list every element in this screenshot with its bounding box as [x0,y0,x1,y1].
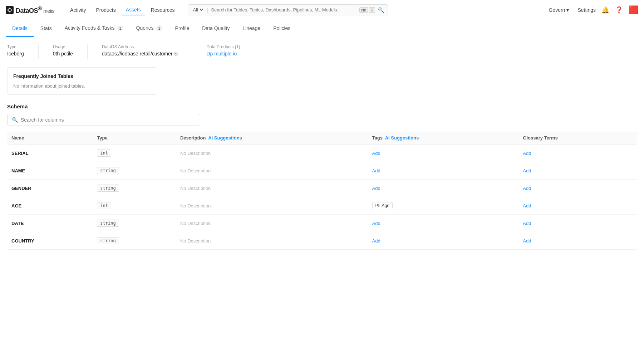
search-input[interactable] [211,7,356,13]
glossary-add-link-5[interactable]: Add [523,238,531,244]
glossary-add-link-1[interactable]: Add [523,168,531,173]
row-type-4: string [97,220,119,227]
meta-data-products: Data Products (1) Dp multiple io [206,44,240,57]
tab-queries[interactable]: Queries 1 [130,20,169,37]
row-description-1: No Description [180,168,211,173]
tab-activity-feeds-label: Activity Feeds & Tasks [65,25,115,31]
nav-assets[interactable]: Assets [122,5,145,15]
col-header-description: Description AI Suggestions [176,132,368,144]
schema-table-body: SERIAL int No Description Add Add NAME s… [7,144,637,250]
col-header-type: Type [93,132,176,144]
col-header-glossary: Glossary Terms [518,132,637,144]
help-icon[interactable]: ❓ [615,6,623,14]
tab-stats[interactable]: Stats [34,20,58,37]
row-type-3: int [97,202,111,209]
main-content: Type Iceberg Usage 0th pctile DataOS Add… [0,37,644,250]
table-row: DATE string No Description Add Add [7,215,637,232]
search-icon[interactable]: 🔍 [378,7,384,13]
address-row: dataos://icebase:retail/customer ⎘ [102,51,178,57]
meta-address: DataOS Address dataos://icebase:retail/c… [102,44,178,57]
schema-table: Name Type Description AI Suggestions Tag… [7,132,637,250]
row-name-4: DATE [11,221,24,226]
tab-activity-feeds-badge: 1 [117,25,123,31]
type-value: Iceberg [7,51,24,57]
data-products-link[interactable]: Dp multiple io [206,51,240,57]
meta-separator-3 [192,44,192,59]
row-name-1: NAME [11,168,25,173]
pii-badge-3: PII.Age [372,202,393,209]
row-name-5: COUNTRY [11,238,34,244]
table-row: COUNTRY string No Description Add Add [7,232,637,250]
address-label: DataOS Address [102,44,178,49]
col-header-tags-ai: AI Suggestions [385,135,419,141]
search-columns-icon: 🔍 [12,117,18,123]
tags-add-link-0[interactable]: Add [372,151,380,156]
type-label: Type [7,44,24,49]
tab-profile[interactable]: Profile [169,20,196,37]
global-search-bar: All | ctrl K 🔍 [188,4,388,15]
glossary-add-link-0[interactable]: Add [523,151,531,156]
tab-lineage[interactable]: Lineage [236,20,267,37]
tabs-bar: Details Stats Activity Feeds & Tasks 1 Q… [0,20,644,37]
tab-activity-feeds-tasks[interactable]: Activity Feeds & Tasks 1 [58,20,130,37]
col-header-ai-suggestions: AI Suggestions [208,135,242,141]
row-name-0: SERIAL [11,151,29,156]
schema-table-header: Name Type Description AI Suggestions Tag… [7,132,637,144]
desc-label: Description [180,135,206,141]
glossary-add-link-3[interactable]: Add [523,203,531,209]
data-products-label: Data Products (1) [206,44,240,49]
meta-separator-2 [87,44,88,59]
column-search-wrap: 🔍 [7,114,200,126]
search-keyboard-shortcut: ctrl K [359,7,375,13]
tags-label: Tags [372,135,383,141]
tags-add-link-4[interactable]: Add [372,221,380,226]
nav-activity[interactable]: Activity [66,5,90,15]
tab-queries-label: Queries [136,25,154,31]
row-type-5: string [97,237,119,244]
row-description-4: No Description [180,221,211,226]
row-name-3: AGE [11,203,21,209]
column-search-input[interactable] [21,117,196,123]
row-type-1: string [97,167,119,174]
tab-policies[interactable]: Policies [267,20,297,37]
copy-address-icon[interactable]: ⎘ [174,51,177,57]
meta-usage: Usage 0th pctile [53,44,73,57]
search-filter-select[interactable]: All [192,7,204,13]
row-description-3: No Description [180,203,211,209]
logo-text: DataOS® metis [16,5,54,15]
settings-link[interactable]: Settings [577,7,596,13]
schema-title: Schema [7,103,637,109]
glossary-add-link-2[interactable]: Add [523,186,531,191]
glossary-add-link-4[interactable]: Add [523,221,531,226]
col-header-name: Name [7,132,93,144]
tab-details[interactable]: Details [6,20,34,37]
tags-add-link-5[interactable]: Add [372,238,380,244]
row-type-2: string [97,185,119,192]
schema-section: Schema 🔍 Name Type Description AI Sugges… [7,103,637,250]
govern-button[interactable]: Govern ▾ [546,6,572,14]
logo: DataOS® metis [6,5,54,15]
chevron-down-icon: ▾ [566,7,569,13]
top-nav: DataOS® metis Activity Products Assets R… [0,0,644,20]
notifications-icon[interactable]: 🔔 [601,6,609,14]
nav-right: Govern ▾ Settings 🔔 ❓ 🟥 [546,5,638,15]
nav-resources[interactable]: Resources [147,5,179,15]
table-row: SERIAL int No Description Add Add [7,144,637,162]
tags-add-link-2[interactable]: Add [372,186,380,191]
govern-label: Govern [549,7,565,13]
col-header-tags: Tags AI Suggestions [368,132,519,144]
nav-products[interactable]: Products [92,5,120,15]
svg-rect-1 [9,9,11,11]
address-value: dataos://icebase:retail/customer [102,51,173,57]
k-key: K [369,7,375,13]
meta-row: Type Iceberg Usage 0th pctile DataOS Add… [7,44,637,59]
table-row: NAME string No Description Add Add [7,162,637,180]
nav-links: Activity Products Assets Resources [66,5,179,15]
joined-tables-empty: No information about joined tables. [13,83,151,89]
table-row: GENDER string No Description Add Add [7,180,637,197]
avatar[interactable]: 🟥 [629,5,638,15]
usage-label: Usage [53,44,73,49]
tags-add-link-1[interactable]: Add [372,168,380,173]
tab-data-quality[interactable]: Data Quality [196,20,236,37]
row-description-0: No Description [180,151,211,156]
